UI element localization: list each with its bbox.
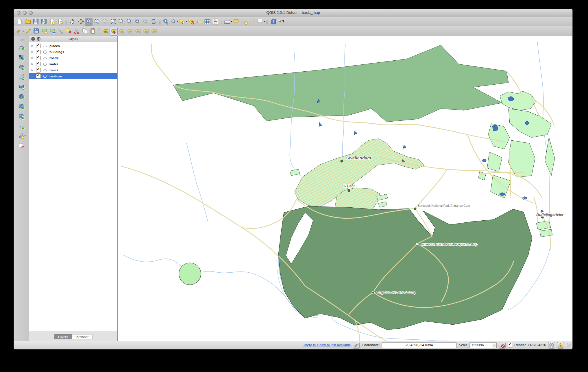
map-tips-button[interactable] (233, 18, 240, 26)
zoom-out-button[interactable] (93, 18, 101, 26)
layer-visibility-checkbox[interactable]: ✓ (36, 56, 41, 60)
add-spatialite-layer-button[interactable] (18, 73, 25, 81)
change-label-button[interactable]: abc (150, 27, 158, 35)
toolbar-grip[interactable] (19, 39, 25, 41)
zoom-in-button[interactable] (85, 18, 93, 26)
stop-render-icon[interactable] (499, 342, 506, 349)
crs-status-icon[interactable] (548, 342, 555, 349)
chevron-down-icon[interactable]: ▼ (492, 343, 496, 347)
panel-tab-browser[interactable]: Browser (72, 334, 93, 339)
chevron-down-icon[interactable]: ▾ (23, 30, 24, 32)
map-canvas[interactable]: SwellendamRailtonBontebok National Park … (118, 36, 572, 341)
resize-grip[interactable] (567, 343, 571, 347)
whats-this-button[interactable]: ? (278, 18, 285, 26)
new-plugin-link[interactable]: There is a new plugin available (303, 343, 351, 347)
run-feature-action-button[interactable]: ▾ (170, 18, 178, 26)
pan-map-button[interactable] (69, 18, 76, 26)
add-wms-layer-button[interactable] (18, 92, 25, 101)
add-wfs-layer-button[interactable] (18, 112, 25, 120)
zoom-next-button[interactable] (142, 18, 149, 26)
zoom-full-extent-button[interactable] (109, 18, 117, 26)
show-bookmarks-button[interactable] (249, 18, 256, 26)
expand-arrow-icon[interactable]: ▶ (32, 51, 34, 53)
layer-row-places[interactable]: ▶✓places (29, 43, 117, 49)
select-features-button[interactable]: ▾ (179, 18, 187, 26)
add-delimited-text-button[interactable]: , (18, 122, 25, 130)
zoom-last-button[interactable] (134, 18, 141, 26)
layer-visibility-checkbox[interactable]: ✓ (36, 50, 41, 54)
delete-selected-button[interactable] (65, 27, 73, 35)
text-annotation-button[interactable]: T▾ (257, 18, 265, 26)
add-feature-button[interactable] (41, 27, 48, 35)
zoom-actual-size-button[interactable]: 1:1 (101, 18, 109, 26)
chevron-down-icon[interactable]: ▾ (231, 21, 232, 23)
layers-panel-header[interactable]: × Layers (29, 36, 117, 42)
panel-close-icon[interactable]: × (31, 37, 35, 41)
save-layer-edits-button[interactable] (33, 27, 40, 35)
deselect-features-button[interactable] (187, 18, 195, 26)
zoom-to-selection-button[interactable] (117, 18, 125, 26)
expand-arrow-icon[interactable]: ▶ (32, 44, 34, 47)
rotate-label-button[interactable]: abc (142, 27, 150, 35)
layer-visibility-checkbox[interactable]: ✓ (36, 68, 41, 72)
save-project-as-button[interactable] (40, 18, 48, 26)
unpin-label-button[interactable]: ab (118, 27, 125, 35)
panel-float-icon[interactable] (37, 37, 40, 41)
measure-line-button[interactable]: ▾ (224, 18, 232, 26)
pin-label-button[interactable]: ab (110, 27, 117, 35)
new-bookmark-button[interactable] (241, 18, 248, 26)
expand-arrow-icon[interactable]: ▶ (32, 57, 34, 59)
layer-visibility-checkbox[interactable]: ✓ (36, 74, 41, 79)
show-hide-labels-button[interactable]: abc (126, 27, 134, 35)
pan-to-selection-button[interactable] (77, 18, 84, 26)
log-messages-icon[interactable]: ! (557, 342, 564, 349)
refresh-button[interactable] (150, 18, 157, 26)
field-calculator-button[interactable] (212, 18, 219, 26)
layer-visibility-checkbox[interactable]: ✓ (36, 62, 41, 66)
save-project-button[interactable] (32, 18, 40, 26)
expand-arrow-icon[interactable]: ▶ (32, 69, 34, 71)
new-project-button[interactable] (16, 18, 23, 26)
composer-manager-button[interactable] (56, 18, 64, 26)
layer-row-landuse[interactable]: ▶✓landuse (29, 73, 117, 79)
help-contents-button[interactable]: ? (270, 18, 277, 26)
add-vector-layer-button[interactable] (18, 43, 25, 51)
open-attribute-table-button[interactable] (204, 18, 211, 26)
node-tool-button[interactable] (57, 27, 64, 35)
coordinate-input[interactable] (382, 342, 457, 348)
select-by-expression-button[interactable]: ε (195, 18, 203, 26)
layer-row-water[interactable]: ▶✓water (29, 61, 117, 67)
expand-arrow-icon[interactable]: ▶ (32, 75, 34, 77)
toggle-editing-button[interactable] (25, 27, 32, 35)
move-label-button[interactable]: abc (134, 27, 142, 35)
remove-layer-button[interactable] (18, 142, 25, 150)
scale-combobox[interactable]: 1:23396 ▼ (469, 342, 497, 348)
layer-row-roads[interactable]: ▶✓roads (29, 55, 117, 61)
new-composer-button[interactable] (48, 18, 56, 26)
chevron-down-icon[interactable]: ▾ (25, 135, 26, 137)
zoom-to-layer-button[interactable] (125, 18, 133, 26)
layer-row-buildings[interactable]: ▶✓buildings (29, 49, 117, 55)
add-postgis-layer-button[interactable] (18, 63, 25, 71)
chevron-down-icon[interactable]: ▾ (177, 21, 178, 23)
cut-features-button[interactable] (73, 27, 81, 35)
plugin-icon[interactable] (353, 342, 360, 349)
paste-features-button[interactable] (89, 27, 97, 35)
layer-visibility-checkbox[interactable]: ✓ (36, 44, 41, 48)
identify-features-button[interactable]: i (162, 18, 170, 26)
layer-row-rivers[interactable]: ▶✓rivers (29, 67, 117, 73)
move-feature-button[interactable] (49, 27, 56, 35)
copy-features-button[interactable] (81, 27, 89, 35)
chevron-down-icon[interactable]: ▾ (264, 21, 265, 23)
title-bar[interactable]: QGIS 2.0.1-Dufour – basic_map (14, 9, 572, 17)
add-mssql-layer-button[interactable] (18, 83, 25, 91)
expand-arrow-icon[interactable]: ▶ (32, 63, 34, 65)
chevron-down-icon[interactable]: ▾ (186, 21, 187, 23)
add-raster-layer-button[interactable] (18, 53, 25, 61)
current-edits-button[interactable]: ▾ (16, 27, 24, 35)
render-checkbox[interactable]: ✓ (508, 343, 512, 347)
panel-tab-layers[interactable]: Layers (54, 334, 73, 339)
add-wcs-layer-button[interactable] (18, 102, 25, 110)
new-spatialite-layer-button[interactable]: ▾ (18, 132, 26, 140)
layer-labeling-button[interactable]: abc (102, 27, 109, 35)
